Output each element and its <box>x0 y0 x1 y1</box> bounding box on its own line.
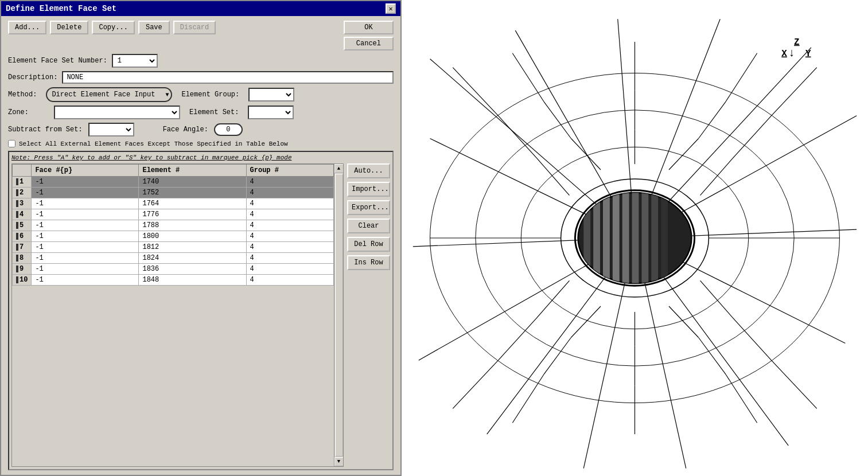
discard-button[interactable]: Discard <box>173 21 216 34</box>
table-row[interactable]: 8-118244 <box>13 253 334 264</box>
y-axis: Y <box>805 49 811 59</box>
svg-rect-67 <box>651 193 658 284</box>
method-select-wrapper: Direct Element Face Input ▼ <box>46 87 172 102</box>
table-row[interactable]: 6-118004 <box>13 231 334 242</box>
data-table-container: Face #{p} Element # Group # 1-1174042-11… <box>11 163 344 467</box>
zone-label: Zone: <box>8 108 29 116</box>
cancel-button[interactable]: Cancel <box>344 37 394 50</box>
table-row[interactable]: 10-118484 <box>13 275 334 286</box>
svg-rect-62 <box>603 193 610 284</box>
face-angle-value: 0 <box>226 126 230 134</box>
select-all-label: Select All External Element Faces Except… <box>19 141 288 147</box>
table-note: Note: Press "A" key to add or "S" key to… <box>11 154 390 161</box>
svg-rect-61 <box>593 193 600 284</box>
table-row[interactable]: 5-117884 <box>13 220 334 231</box>
col-face: Face #{p} <box>32 165 139 177</box>
element-group-select[interactable] <box>248 88 294 102</box>
efset-number-select[interactable]: 1 <box>112 54 158 68</box>
zone-select[interactable] <box>54 106 180 119</box>
mesh-visualization: Z ↓ X Y <box>402 0 868 476</box>
subtract-select[interactable] <box>88 123 134 136</box>
close-button[interactable]: ✕ <box>386 3 396 14</box>
copy-button[interactable]: Copy... <box>92 21 134 34</box>
svg-rect-63 <box>613 193 620 284</box>
delete-button[interactable]: Delete <box>50 21 88 34</box>
3d-viewport: Z ↓ X Y <box>402 0 868 476</box>
ins-row-button[interactable]: Ins Row <box>347 255 390 270</box>
method-label: Method: <box>8 91 37 99</box>
table-row[interactable]: 2-117524 <box>13 188 334 198</box>
table-row[interactable]: 9-118364 <box>13 264 334 275</box>
svg-rect-65 <box>632 193 639 284</box>
svg-rect-64 <box>622 193 629 284</box>
method-dropdown-arrow: ▼ <box>165 92 169 98</box>
svg-text:↓: ↓ <box>788 46 795 60</box>
table-row[interactable]: 7-118124 <box>13 242 334 253</box>
data-table: Face #{p} Element # Group # 1-1174042-11… <box>12 164 334 286</box>
ok-button[interactable]: OK <box>344 21 394 34</box>
add-button[interactable]: Add... <box>8 21 46 34</box>
dialog-titlebar: Define Element Face Set ✕ <box>1 1 400 16</box>
efset-number-label: Element Face Set Number: <box>8 57 107 65</box>
description-label: Description: <box>8 73 57 81</box>
scroll-down-arrow[interactable]: ▼ <box>334 457 344 466</box>
export-button[interactable]: Export... <box>347 200 390 215</box>
table-row[interactable]: 4-117764 <box>13 209 334 220</box>
table-row[interactable]: 3-117644 <box>13 198 334 209</box>
auto-button[interactable]: Auto... <box>347 163 390 178</box>
define-element-face-set-dialog: Define Element Face Set ✕ Add... Delete … <box>0 0 402 476</box>
method-select[interactable]: Direct Element Face Input <box>49 89 164 100</box>
scroll-thumb[interactable] <box>335 174 343 457</box>
col-group: Group # <box>246 165 333 177</box>
clear-button[interactable]: Clear <box>347 219 390 233</box>
face-angle-label: Face Angle: <box>163 126 208 134</box>
table-row[interactable]: 1-117404 <box>13 177 334 188</box>
x-axis: X <box>781 49 787 59</box>
save-button[interactable]: Save <box>138 21 170 34</box>
face-angle-wrapper: 0 <box>214 123 243 136</box>
import-button[interactable]: Import... <box>347 182 390 197</box>
del-row-button[interactable]: Del Row <box>347 237 390 252</box>
element-set-select[interactable] <box>248 106 294 119</box>
dialog-title: Define Element Face Set <box>6 4 116 13</box>
side-buttons-panel: Auto... Import... Export... Clear Del Ro… <box>347 163 390 467</box>
element-set-label: Element Set: <box>189 108 239 116</box>
description-input[interactable] <box>62 71 394 84</box>
scroll-up-arrow[interactable]: ▲ <box>334 164 344 173</box>
table-section: Note: Press "A" key to add or "S" key to… <box>8 151 394 470</box>
col-num <box>13 165 32 177</box>
svg-rect-66 <box>641 193 648 284</box>
col-element: Element # <box>139 165 246 177</box>
svg-rect-68 <box>661 193 668 284</box>
subtract-label: Subtract from Set: <box>8 126 83 134</box>
select-all-checkbox[interactable] <box>8 140 15 147</box>
table-scrollbar[interactable]: ▲ ▼ <box>334 164 343 466</box>
element-group-label: Element Group: <box>181 91 239 99</box>
